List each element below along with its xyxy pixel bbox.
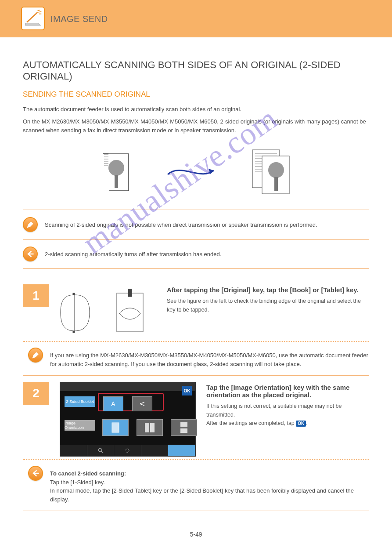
step-2: 2 OK 2-Sided Booklet Image Orientation A… (23, 382, 369, 457)
back-arrow-icon (23, 247, 38, 261)
note-text: Scanning of 2-sided originals is not pos… (45, 217, 317, 229)
top-banner: IMAGE SEND (0, 0, 392, 37)
svg-rect-34 (180, 428, 187, 433)
step1-note: If you are using the MX-M2630/MX-M3050/M… (23, 344, 369, 372)
step2-detail: If this setting is not correct, a suitab… (206, 402, 369, 428)
panel-nav-1[interactable] (60, 445, 87, 456)
section-send-original: SENDING THE SCANNED ORIGINAL (23, 90, 369, 99)
pencil-icon (23, 217, 38, 232)
svg-marker-0 (25, 23, 41, 25)
orientation-landscape-button[interactable]: A (132, 396, 152, 411)
panel-tab-2sided-booklet[interactable]: 2-Sided Booklet (65, 396, 95, 407)
panel-nav-4[interactable] (141, 445, 169, 456)
step2-cancel-note: To cancel 2-sided scanning: Tap the [1-S… (23, 462, 369, 507)
tablet-icon (117, 289, 143, 332)
note-scanning-not-possible: Scanning of 2-sided originals is not pos… (23, 214, 369, 236)
svg-rect-25 (274, 177, 278, 191)
panel-nav-preview[interactable] (87, 445, 115, 456)
panel-screenshot: OK 2-Sided Booklet Image Orientation A A (60, 382, 196, 457)
svg-rect-12 (115, 175, 118, 188)
intro-paragraph-2: On the MX-M2630/MX-M3050/MX-M3550/MX-M40… (23, 117, 369, 135)
option-2sided-tablet[interactable] (171, 419, 197, 436)
inline-ok-icon: OK (296, 421, 306, 427)
two-sided-illustration (23, 148, 369, 196)
svg-rect-29 (128, 289, 132, 297)
intro-paragraph-1: The automatic document feeder is used to… (23, 105, 369, 114)
banner-title: IMAGE SEND (50, 14, 108, 24)
svg-point-35 (98, 448, 102, 452)
orientation-portrait-button[interactable]: A (103, 396, 123, 411)
step1-note-text: If you are using the MX-M2630/MX-M3050/M… (50, 348, 369, 368)
step1-illustration (60, 289, 156, 338)
arrow-icon (165, 163, 218, 181)
step-number-1: 1 (23, 284, 49, 307)
svg-line-1 (27, 12, 38, 22)
panel-nav-start[interactable] (168, 445, 195, 456)
svg-line-36 (101, 451, 103, 453)
step-1: 1 After tapping the [Original] key (23, 284, 369, 338)
step1-title: After tapping the [Original] key, tap th… (167, 286, 369, 294)
page-number: 5-49 (23, 531, 369, 538)
scanner-icon (21, 7, 45, 30)
option-2sided-booklet[interactable] (137, 419, 163, 436)
svg-rect-4 (103, 154, 109, 191)
svg-rect-31 (145, 423, 149, 432)
pencil-icon (28, 348, 43, 363)
book-open-icon (61, 293, 90, 333)
note-auto-off: 2-sided scanning automatically turns off… (23, 243, 369, 265)
panel-tab-image-orientation[interactable]: Image Orientation (65, 420, 95, 431)
option-1sided[interactable] (102, 419, 129, 436)
step1-detail: See the figure on the left to check the … (167, 297, 369, 314)
step-number-2: 2 (23, 382, 49, 405)
svg-point-24 (268, 162, 284, 178)
svg-rect-32 (150, 423, 155, 432)
original-front-back-icon (95, 150, 135, 194)
step2-title: Tap the [Image Orientation] key with the… (206, 384, 369, 399)
svg-point-11 (108, 160, 124, 176)
back-arrow-icon (28, 466, 43, 481)
note-text: 2-sided scanning automatically turns off… (45, 247, 221, 259)
panel-nav-ca[interactable] (114, 445, 141, 456)
output-two-pages-icon (249, 148, 297, 196)
svg-rect-30 (112, 423, 119, 432)
step2-cancel-text: To cancel 2-sided scanning: Tap the [1-S… (50, 466, 369, 504)
svg-rect-33 (180, 422, 187, 427)
panel-ok-button[interactable]: OK (182, 386, 192, 395)
page-title: AUTOMATICALLY SCANNING BOTH SIDES OF AN … (23, 59, 369, 82)
